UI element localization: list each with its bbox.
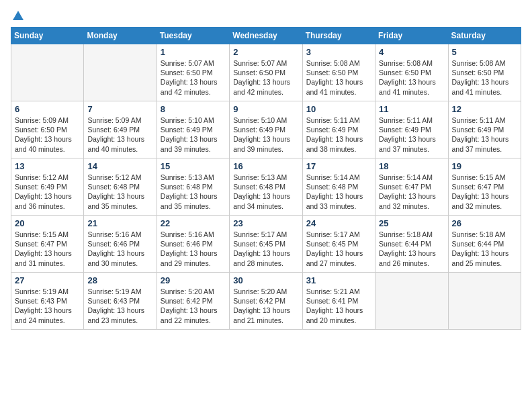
page-header: [11, 11, 521, 21]
day-info: Sunrise: 5:11 AM Sunset: 6:49 PM Dayligh…: [306, 116, 371, 154]
day-info: Sunrise: 5:18 AM Sunset: 6:44 PM Dayligh…: [379, 230, 444, 268]
day-number: 2: [233, 47, 298, 57]
calendar-day-cell: 29Sunrise: 5:20 AM Sunset: 6:42 PM Dayli…: [157, 273, 229, 330]
day-number: 30: [233, 275, 298, 285]
calendar-header-row: SundayMondayTuesdayWednesdayThursdayFrid…: [11, 28, 521, 44]
calendar-day-cell: 11Sunrise: 5:11 AM Sunset: 6:49 PM Dayli…: [375, 101, 448, 158]
calendar-day-cell: 26Sunrise: 5:18 AM Sunset: 6:44 PM Dayli…: [448, 216, 521, 273]
calendar-week-row: 27Sunrise: 5:19 AM Sunset: 6:43 PM Dayli…: [11, 273, 521, 330]
calendar-day-cell: [448, 273, 521, 330]
calendar-day-cell: 21Sunrise: 5:16 AM Sunset: 6:46 PM Dayli…: [84, 216, 157, 273]
day-number: 11: [379, 104, 444, 114]
day-info: Sunrise: 5:19 AM Sunset: 6:43 PM Dayligh…: [15, 287, 80, 325]
calendar-day-cell: 3Sunrise: 5:08 AM Sunset: 6:50 PM Daylig…: [302, 44, 375, 101]
day-number: 25: [379, 218, 444, 228]
day-number: 9: [233, 104, 298, 114]
day-info: Sunrise: 5:17 AM Sunset: 6:45 PM Dayligh…: [233, 230, 298, 268]
day-info: Sunrise: 5:10 AM Sunset: 6:49 PM Dayligh…: [233, 116, 298, 154]
calendar-day-cell: 7Sunrise: 5:09 AM Sunset: 6:49 PM Daylig…: [84, 101, 157, 158]
calendar-weekday-header: Sunday: [11, 28, 84, 44]
day-number: 7: [87, 104, 152, 114]
calendar-day-cell: 25Sunrise: 5:18 AM Sunset: 6:44 PM Dayli…: [375, 216, 448, 273]
day-info: Sunrise: 5:09 AM Sunset: 6:49 PM Dayligh…: [87, 116, 152, 154]
calendar-week-row: 6Sunrise: 5:09 AM Sunset: 6:50 PM Daylig…: [11, 101, 521, 158]
day-number: 24: [306, 218, 371, 228]
calendar-day-cell: [84, 44, 157, 101]
day-number: 17: [306, 161, 371, 171]
day-info: Sunrise: 5:08 AM Sunset: 6:50 PM Dayligh…: [306, 58, 371, 97]
day-info: Sunrise: 5:07 AM Sunset: 6:50 PM Dayligh…: [161, 58, 226, 97]
day-info: Sunrise: 5:12 AM Sunset: 6:49 PM Dayligh…: [15, 173, 80, 211]
day-info: Sunrise: 5:10 AM Sunset: 6:49 PM Dayligh…: [161, 116, 226, 154]
day-info: Sunrise: 5:15 AM Sunset: 6:47 PM Dayligh…: [15, 230, 80, 268]
calendar-day-cell: [375, 273, 448, 330]
day-number: 4: [379, 47, 444, 57]
calendar-day-cell: 17Sunrise: 5:14 AM Sunset: 6:48 PM Dayli…: [302, 158, 375, 216]
day-info: Sunrise: 5:21 AM Sunset: 6:41 PM Dayligh…: [306, 287, 371, 325]
svg-marker-0: [13, 11, 24, 20]
calendar-weekday-header: Saturday: [448, 28, 521, 44]
day-info: Sunrise: 5:09 AM Sunset: 6:50 PM Dayligh…: [15, 116, 80, 154]
day-info: Sunrise: 5:15 AM Sunset: 6:47 PM Dayligh…: [452, 173, 517, 211]
day-info: Sunrise: 5:11 AM Sunset: 6:49 PM Dayligh…: [452, 116, 517, 154]
day-info: Sunrise: 5:14 AM Sunset: 6:47 PM Dayligh…: [379, 173, 444, 211]
day-info: Sunrise: 5:20 AM Sunset: 6:42 PM Dayligh…: [161, 287, 226, 325]
day-number: 14: [87, 161, 152, 171]
calendar-day-cell: 30Sunrise: 5:20 AM Sunset: 6:42 PM Dayli…: [230, 273, 302, 330]
calendar-day-cell: 19Sunrise: 5:15 AM Sunset: 6:47 PM Dayli…: [448, 158, 521, 216]
calendar-week-row: 1Sunrise: 5:07 AM Sunset: 6:50 PM Daylig…: [11, 44, 521, 101]
calendar-day-cell: 24Sunrise: 5:17 AM Sunset: 6:45 PM Dayli…: [302, 216, 375, 273]
calendar-day-cell: 8Sunrise: 5:10 AM Sunset: 6:49 PM Daylig…: [157, 101, 229, 158]
day-number: 28: [87, 275, 152, 285]
day-number: 31: [306, 275, 371, 285]
calendar-day-cell: 9Sunrise: 5:10 AM Sunset: 6:49 PM Daylig…: [230, 101, 302, 158]
calendar-weekday-header: Friday: [375, 28, 448, 44]
calendar-weekday-header: Tuesday: [157, 28, 229, 44]
day-info: Sunrise: 5:14 AM Sunset: 6:48 PM Dayligh…: [306, 173, 371, 211]
calendar-day-cell: 18Sunrise: 5:14 AM Sunset: 6:47 PM Dayli…: [375, 158, 448, 216]
day-number: 1: [161, 47, 226, 57]
day-info: Sunrise: 5:16 AM Sunset: 6:46 PM Dayligh…: [161, 230, 226, 268]
calendar-day-cell: 4Sunrise: 5:08 AM Sunset: 6:50 PM Daylig…: [375, 44, 448, 101]
day-info: Sunrise: 5:13 AM Sunset: 6:48 PM Dayligh…: [233, 173, 298, 211]
day-info: Sunrise: 5:11 AM Sunset: 6:49 PM Dayligh…: [379, 116, 444, 154]
calendar-weekday-header: Monday: [84, 28, 157, 44]
day-number: 20: [15, 218, 80, 228]
day-number: 16: [233, 161, 298, 171]
calendar-day-cell: 13Sunrise: 5:12 AM Sunset: 6:49 PM Dayli…: [11, 158, 84, 216]
calendar-day-cell: 23Sunrise: 5:17 AM Sunset: 6:45 PM Dayli…: [230, 216, 302, 273]
calendar-weekday-header: Wednesday: [230, 28, 302, 44]
logo-triangle-icon: [12, 9, 24, 21]
calendar-weekday-header: Thursday: [302, 28, 375, 44]
day-info: Sunrise: 5:20 AM Sunset: 6:42 PM Dayligh…: [233, 287, 298, 325]
day-number: 13: [15, 161, 80, 171]
day-number: 10: [306, 104, 371, 114]
day-number: 29: [161, 275, 226, 285]
day-info: Sunrise: 5:08 AM Sunset: 6:50 PM Dayligh…: [452, 58, 517, 97]
calendar-day-cell: 15Sunrise: 5:13 AM Sunset: 6:48 PM Dayli…: [157, 158, 229, 216]
calendar-day-cell: 31Sunrise: 5:21 AM Sunset: 6:41 PM Dayli…: [302, 273, 375, 330]
calendar-day-cell: 2Sunrise: 5:07 AM Sunset: 6:50 PM Daylig…: [230, 44, 302, 101]
calendar-day-cell: 28Sunrise: 5:19 AM Sunset: 6:43 PM Dayli…: [84, 273, 157, 330]
day-number: 27: [15, 275, 80, 285]
day-info: Sunrise: 5:19 AM Sunset: 6:43 PM Dayligh…: [87, 287, 152, 325]
day-number: 26: [452, 218, 517, 228]
calendar-day-cell: 22Sunrise: 5:16 AM Sunset: 6:46 PM Dayli…: [157, 216, 229, 273]
calendar-day-cell: 5Sunrise: 5:08 AM Sunset: 6:50 PM Daylig…: [448, 44, 521, 101]
day-number: 3: [306, 47, 371, 57]
calendar-day-cell: 6Sunrise: 5:09 AM Sunset: 6:50 PM Daylig…: [11, 101, 84, 158]
day-info: Sunrise: 5:13 AM Sunset: 6:48 PM Dayligh…: [161, 173, 226, 211]
day-number: 18: [379, 161, 444, 171]
day-number: 19: [452, 161, 517, 171]
day-number: 15: [161, 161, 226, 171]
calendar-week-row: 13Sunrise: 5:12 AM Sunset: 6:49 PM Dayli…: [11, 158, 521, 216]
calendar-day-cell: 20Sunrise: 5:15 AM Sunset: 6:47 PM Dayli…: [11, 216, 84, 273]
calendar-table: SundayMondayTuesdayWednesdayThursdayFrid…: [11, 27, 521, 330]
calendar-day-cell: 1Sunrise: 5:07 AM Sunset: 6:50 PM Daylig…: [157, 44, 229, 101]
day-number: 23: [233, 218, 298, 228]
day-info: Sunrise: 5:18 AM Sunset: 6:44 PM Dayligh…: [452, 230, 517, 268]
day-info: Sunrise: 5:17 AM Sunset: 6:45 PM Dayligh…: [306, 230, 371, 268]
calendar-day-cell: [11, 44, 84, 101]
calendar-day-cell: 27Sunrise: 5:19 AM Sunset: 6:43 PM Dayli…: [11, 273, 84, 330]
calendar-day-cell: 16Sunrise: 5:13 AM Sunset: 6:48 PM Dayli…: [230, 158, 302, 216]
